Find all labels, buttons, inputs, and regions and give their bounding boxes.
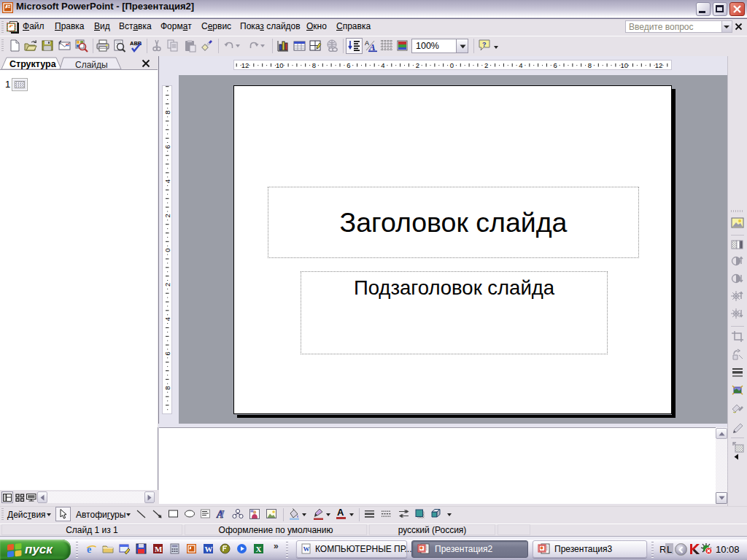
svg-text:W: W — [303, 545, 310, 553]
svg-text:2: 2 — [416, 61, 419, 69]
svg-text:2: 2 — [163, 214, 171, 217]
svg-text:M: M — [155, 545, 163, 553]
svg-text:2: 2 — [163, 283, 171, 287]
svg-text:8: 8 — [163, 386, 171, 389]
svg-text:10: 10 — [620, 61, 628, 69]
svg-text:X: X — [256, 545, 262, 553]
svg-text:6: 6 — [163, 145, 171, 149]
svg-text:12: 12 — [241, 61, 249, 69]
svg-text:12: 12 — [655, 61, 663, 69]
svg-text:4: 4 — [381, 61, 384, 69]
svg-text:6: 6 — [554, 61, 557, 69]
svg-text:W: W — [205, 545, 213, 553]
svg-text:6: 6 — [163, 351, 171, 355]
svg-text:8: 8 — [588, 61, 592, 69]
svg-text:e: e — [87, 544, 91, 555]
svg-text:8: 8 — [163, 111, 171, 114]
svg-text:2: 2 — [484, 61, 488, 69]
svg-text:6: 6 — [347, 61, 350, 69]
svg-text:8: 8 — [312, 61, 316, 69]
svg-text:0: 0 — [163, 249, 171, 252]
svg-text:4: 4 — [163, 317, 171, 321]
svg-text:10: 10 — [276, 61, 284, 69]
svg-text:4: 4 — [163, 179, 171, 183]
svg-text:0: 0 — [450, 61, 454, 69]
svg-text:4: 4 — [519, 61, 522, 69]
svg-text:?: ? — [482, 41, 487, 48]
